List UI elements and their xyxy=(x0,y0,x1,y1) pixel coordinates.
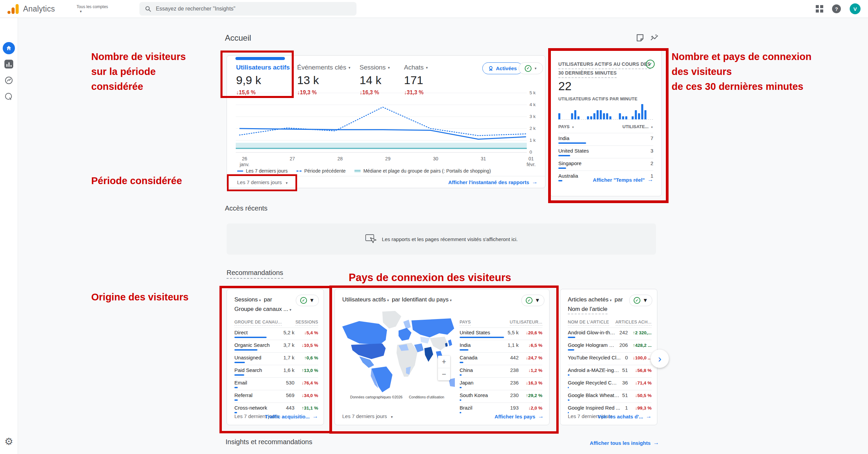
insights-activated-badge[interactable]: Activées xyxy=(482,62,523,74)
show-countries-link[interactable]: Afficher les pays→ xyxy=(495,413,544,420)
table-row: Singapore2 xyxy=(558,158,653,171)
arrow-right-icon: → xyxy=(538,413,544,420)
chevron-down-icon: ▼ xyxy=(390,415,393,419)
row-value: 442 xyxy=(510,355,519,360)
traffic-acquisition-link[interactable]: Traffic acquisitio...→ xyxy=(265,413,318,420)
metric-label: Utilisateurs actifs▼ xyxy=(236,64,295,71)
row-value: 569 xyxy=(286,392,294,398)
badge-label: Activées xyxy=(496,65,517,71)
row-bar xyxy=(568,399,570,401)
x-axis-tick: 31 xyxy=(481,156,486,162)
table-row: Google Recycled Can...36↓71,4 % xyxy=(568,378,652,390)
sidebar-item-home[interactable] xyxy=(3,42,15,54)
insights-sparkline-icon[interactable] xyxy=(649,33,659,43)
row-delta: ↓2,0 % xyxy=(519,406,542,411)
metric-label: Événements clés▼ xyxy=(297,64,356,71)
chevron-down-icon: ▼ xyxy=(651,126,653,129)
row-value: 530 xyxy=(286,380,294,386)
explore-icon xyxy=(4,76,13,85)
row-delta: ↑29,2 % xyxy=(519,393,542,398)
table-row: Organic Search3,7 k↓10,5 % xyxy=(234,340,318,353)
notes-icon[interactable] xyxy=(635,33,645,43)
carousel-next-button[interactable]: › xyxy=(651,350,669,368)
row-bar xyxy=(558,167,566,169)
account-label: Tous les comptes xyxy=(77,4,108,9)
table-row: Email530↓76,4 % xyxy=(234,378,318,390)
chevron-down-icon: ▼ xyxy=(534,67,537,70)
analytics-logo[interactable]: Analytics xyxy=(7,4,55,14)
card-title[interactable]: Articles achetés▼ par Nom de l'article xyxy=(568,295,623,314)
table-column-headers: PAYS UTILISATEUR... xyxy=(460,320,542,328)
active-users-line-chart: 5 k4 k3 k2 k1 k0 xyxy=(236,90,538,156)
verified-dropdown[interactable]: ✓ ▼ xyxy=(296,295,319,306)
table-row: Referral569↓34,0 % xyxy=(234,390,318,403)
zoom-in-button[interactable]: + xyxy=(438,356,450,368)
chevron-down-icon: ▼ xyxy=(258,299,262,302)
selected-tab-indicator xyxy=(235,57,285,60)
search-bar[interactable] xyxy=(139,2,356,16)
overview-card: Utilisateurs actifs▼9,9 k↓15,6 %Événemen… xyxy=(227,55,545,188)
verified-dropdown[interactable]: ✓ ▼ xyxy=(519,62,543,74)
row-value: 238 xyxy=(510,367,519,373)
row-name: United States xyxy=(558,148,648,154)
items-table: Android Glow-in-the-...242↑2 320,...Goog… xyxy=(568,328,652,415)
apps-grid-icon[interactable] xyxy=(816,5,823,13)
row-name: Organic Search xyxy=(234,342,281,348)
svg-text:4 k: 4 k xyxy=(529,102,536,107)
card-title[interactable]: Utilisateurs actifs▼ par Identifiant du … xyxy=(342,295,453,305)
date-range-selector[interactable]: Les 7 derniers jours▼ xyxy=(237,179,288,185)
row-name: United States xyxy=(460,330,505,335)
per-minute-bar-chart xyxy=(558,104,654,121)
search-input[interactable] xyxy=(155,5,351,12)
row-value: 3 xyxy=(651,148,653,154)
table-row: Unassigned1,7 k↑0,6 % xyxy=(234,353,318,365)
row-delta: ↑0,6 % xyxy=(294,355,318,360)
chevron-down-icon: ▼ xyxy=(643,297,648,303)
metric-value: 171 xyxy=(404,74,463,87)
realtime-country-column[interactable]: PAYS▼ xyxy=(558,124,574,129)
account-switcher[interactable]: Tous les comptes ▼ xyxy=(77,4,108,13)
check-circle-icon: ✓ xyxy=(634,297,640,304)
card-title[interactable]: Sessions▼ par Groupe de canaux ...▼ xyxy=(234,295,293,314)
table-row: Google Black Wheat ...51↓50,5 % xyxy=(568,390,652,403)
help-icon[interactable]: ? xyxy=(832,4,841,13)
sidebar-item-reports[interactable] xyxy=(4,60,13,68)
check-circle-icon[interactable]: ✓ xyxy=(646,60,655,68)
realtime-users-column[interactable]: UTILISATE...▼ xyxy=(622,124,653,129)
map-terms-link[interactable]: Conditions d'utilisation xyxy=(409,395,444,399)
table-row: Direct5,2 k↓5,4 % xyxy=(234,328,318,340)
date-range-selector[interactable]: Les 7 derniers jours▼ xyxy=(342,413,393,419)
zoom-out-button[interactable]: − xyxy=(438,368,450,380)
row-bar xyxy=(234,374,244,376)
verified-dropdown[interactable]: ✓ ▼ xyxy=(629,295,652,306)
map-zoom-controls: + − xyxy=(438,356,450,380)
recents-title: Accès récents xyxy=(225,204,268,212)
avatar[interactable]: V xyxy=(850,3,861,14)
sidebar-item-advertising[interactable] xyxy=(4,92,13,102)
row-value: 5,5 k xyxy=(507,330,519,335)
row-delta: ↓10,5 % xyxy=(294,343,318,348)
row-name: Google Black Wheat ... xyxy=(568,392,619,398)
world-map[interactable] xyxy=(339,310,456,393)
row-name: Google Recycled Can... xyxy=(568,380,619,386)
table-row: India7 xyxy=(558,133,653,146)
active-users-by-country-card: Utilisateurs actifs▼ par Identifiant du … xyxy=(334,289,549,425)
chevron-down-icon: ▼ xyxy=(572,126,574,129)
x-axis-tick: 27 xyxy=(290,156,295,162)
chevron-down-icon: ▼ xyxy=(309,297,315,303)
realtime-link[interactable]: Afficher "Temps réel"→ xyxy=(593,176,653,183)
x-axis-tick: 30 xyxy=(433,156,438,162)
legend-item: Médiane et plage du groupe de pairs (: P… xyxy=(354,168,491,174)
row-value: 193 xyxy=(510,405,519,411)
reports-snapshot-link[interactable]: Afficher l'instantané des rapports→ xyxy=(448,179,538,185)
row-delta: ↓24,7 % xyxy=(519,355,542,360)
settings-gear-icon[interactable]: ⚙ xyxy=(4,437,13,447)
sidebar-item-explore[interactable] xyxy=(4,76,13,86)
insights-section-title: Insights et recommandations xyxy=(226,438,312,446)
row-bar xyxy=(234,349,257,351)
metric-value: 13 k xyxy=(297,74,356,87)
verified-dropdown[interactable]: ✓ ▼ xyxy=(521,295,544,306)
all-insights-link[interactable]: Afficher tous les insights→ xyxy=(590,439,659,446)
row-bar xyxy=(460,337,504,338)
view-purchases-link[interactable]: Voir les achats d'...→ xyxy=(598,413,652,420)
